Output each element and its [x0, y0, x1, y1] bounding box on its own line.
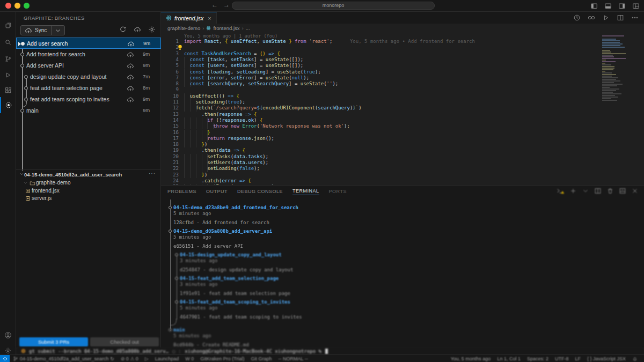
status-git-graph[interactable]: Git Graph	[247, 356, 275, 361]
branch-row-add-user-search[interactable]: Add user search9m	[16, 38, 161, 49]
log-branch-name[interactable]: 04-15-feat_add_team_selection_page	[180, 276, 290, 282]
status-cursor-position[interactable]: Ln 1, Col 1	[494, 356, 524, 361]
panel-tab-terminal[interactable]: TERMINAL	[292, 187, 319, 195]
sync-dropdown-button[interactable]	[51, 26, 64, 35]
cloud-upload-icon[interactable]	[134, 26, 141, 33]
run-file-icon[interactable]	[602, 14, 610, 21]
status-eol[interactable]: LF	[572, 356, 584, 361]
log-branch-name[interactable]: 04-15-design_update_copy_and_layout	[180, 252, 293, 258]
minimize-window-button[interactable]	[14, 3, 20, 9]
log-branch-name[interactable]: 04-15-feat_add_team_scoping_to_invites	[180, 299, 302, 305]
branch-row-main[interactable]: main9m	[16, 105, 161, 116]
terminal-graph-subrail	[177, 254, 177, 320]
sync-label: Sync	[35, 27, 47, 33]
status-encoding[interactable]: UTF-8	[552, 356, 572, 361]
tab-frontend-jsx[interactable]: frontend.jsx ×	[161, 12, 217, 24]
log-branch-name[interactable]: main	[173, 327, 249, 333]
split-editor-icon[interactable]	[617, 14, 624, 21]
branch-node	[24, 98, 28, 101]
status-gitkraken[interactable]: GitKraken Pro (Trial)	[197, 356, 247, 361]
status-w-counter[interactable]: W 0	[182, 356, 197, 361]
activity-item-extensions[interactable]	[0, 82, 16, 98]
panel-tab-debug-console[interactable]: DEBUG CONSOLE	[237, 187, 283, 195]
cloud-upload-icon[interactable]	[127, 51, 134, 58]
checked-out-button[interactable]: Checked out	[90, 337, 159, 346]
toggle-panel-icon[interactable]	[604, 2, 612, 10]
status-launchpad[interactable]: Launchpad	[152, 356, 182, 361]
more-actions-icon[interactable]	[631, 14, 639, 21]
more-actions-icon[interactable]: ···	[149, 171, 156, 176]
code-editor[interactable]: You, 5 months ago | 1 author (You) 1impo…	[161, 32, 644, 185]
branch-row-add-frontend-for-search[interactable]: Add frontend for search9m	[16, 49, 161, 60]
forward-arrow-icon[interactable]: →	[222, 1, 231, 9]
command-center-search[interactable]: monorepo	[232, 2, 435, 10]
activity-item-graphite[interactable]	[0, 97, 16, 113]
log-time: 5 minutes ago	[173, 234, 272, 240]
cloud-upload-icon[interactable]	[127, 96, 134, 104]
terminal-picker-icon[interactable]	[582, 187, 589, 195]
zoom-window-button[interactable]	[24, 3, 30, 9]
file-row-server.js[interactable]: server.js	[16, 195, 161, 203]
cloud-upload-icon[interactable]	[127, 85, 134, 92]
branch-row-feat-add-team-scoping-to-invites[interactable]: feat add team scoping to invites9m	[16, 94, 161, 105]
toggle-secondary-sidebar-icon[interactable]	[618, 2, 626, 10]
activity-item-explorer[interactable]	[0, 17, 16, 33]
log-branch-name[interactable]: 04-15-demo_d05a808b_add_server_api	[173, 228, 272, 234]
terminal[interactable]: 04-15-demo_d23a8be9_add_frontend_for_sea…	[161, 196, 644, 348]
status-indentation[interactable]: Spaces: 2	[524, 356, 552, 361]
status-git-branch[interactable]: 04-15-demo_4510df2a_add_user_search ↻	[10, 356, 118, 361]
line-number: 8	[161, 81, 179, 87]
sync-icon	[25, 27, 32, 34]
log-branch-name[interactable]: 04-15-demo_d23a8be9_add_frontend_for_sea…	[173, 205, 298, 211]
panel-tab-problems[interactable]: PROBLEMS	[167, 187, 196, 195]
status-run-task[interactable]: ▷	[142, 356, 152, 361]
remote-indicator[interactable]	[0, 355, 10, 362]
customize-layout-icon[interactable]	[632, 2, 640, 10]
cloud-upload-icon[interactable]	[127, 40, 135, 48]
refresh-icon[interactable]	[119, 26, 127, 33]
history-icon[interactable]	[573, 14, 581, 21]
activity-item-source-control[interactable]	[0, 51, 16, 67]
kill-terminal-icon[interactable]	[606, 187, 614, 195]
close-tab-icon[interactable]: ×	[208, 15, 211, 21]
file-row-frontend.jsx[interactable]: frontend.jsx	[16, 187, 161, 195]
activity-item-search[interactable]	[0, 34, 16, 50]
back-arrow-icon[interactable]: ←	[210, 1, 219, 9]
activity-item-account[interactable]	[0, 327, 16, 343]
panel-tab-output[interactable]: OUTPUT	[206, 187, 228, 195]
lightbulb-icon[interactable]	[178, 45, 182, 50]
terminal-warning-icon[interactable]	[557, 188, 565, 195]
breadcrumb-symbol[interactable]: ...	[246, 25, 250, 31]
branch-row-feat-add-team-selection-page[interactable]: feat add team selection page8m	[16, 83, 161, 94]
close-window-button[interactable]	[5, 3, 11, 9]
toggle-sidebar-icon[interactable]	[590, 2, 598, 10]
close-panel-icon[interactable]	[631, 187, 639, 195]
blame-codelens[interactable]: You, 5 months ago | 1 author (You)	[184, 33, 277, 39]
status-blame[interactable]: You, 5 months ago	[448, 356, 494, 361]
terminal-prompt-row[interactable]: gt submit --branch 04-15-demo_d05a808b_a…	[16, 348, 644, 354]
tree-section-header[interactable]: 04-15-demo_4510df2a_add_user_search ···	[16, 170, 161, 179]
open-changes-icon[interactable]	[588, 14, 595, 21]
split-terminal-icon[interactable]	[594, 187, 602, 195]
sync-button[interactable]: Sync	[20, 25, 65, 35]
branch-row-add-server-api[interactable]: Add server API9m	[16, 60, 161, 71]
panel-tab-ports[interactable]: PORTS	[329, 187, 347, 195]
tree-folder-row[interactable]: graphite-demo	[16, 179, 161, 187]
maximize-panel-icon[interactable]	[619, 187, 626, 195]
activity-item-run-debug[interactable]	[0, 67, 16, 83]
cloud-upload-icon[interactable]	[127, 73, 134, 81]
status-vim-mode[interactable]: -- NORMAL --	[275, 356, 311, 361]
gear-icon[interactable]	[148, 26, 156, 33]
status-problems[interactable]: ⊘ 0 ⚠ 0	[118, 356, 142, 361]
branch-row-design-update-copy-and-layout[interactable]: design update copy and layout7m	[16, 71, 161, 83]
code-line-8: 8 const [searchQuery, setSearchQuery] = …	[161, 81, 644, 87]
breadcrumb-file[interactable]: frontend.jsx	[213, 25, 239, 31]
submit-prs-button[interactable]: Submit 3 PRs	[19, 337, 88, 346]
line-number: 9	[161, 87, 179, 93]
breadcrumb-folder[interactable]: graphite-demo	[167, 25, 200, 31]
new-terminal-icon[interactable]	[569, 187, 577, 195]
minimap[interactable]	[601, 32, 627, 185]
cloud-upload-icon[interactable]	[127, 62, 134, 70]
status-language[interactable]: { } JavaScript JSX	[584, 356, 629, 361]
status-notifications[interactable]	[629, 356, 641, 361]
